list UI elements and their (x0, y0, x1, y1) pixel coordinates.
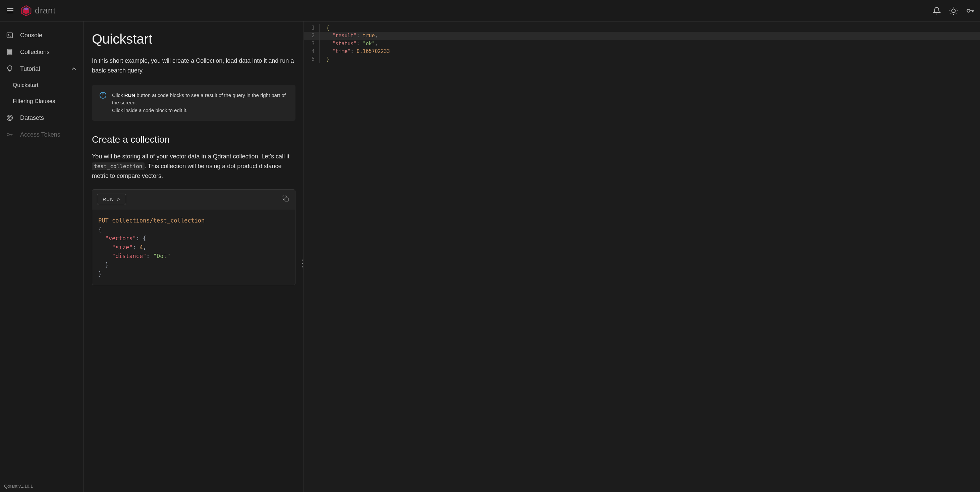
info-icon (99, 92, 107, 99)
sidebar-nav: Console Collections Tutorial (0, 21, 84, 143)
sidebar-item-access-tokens[interactable]: Access Tokens (0, 126, 84, 143)
result-val-status: "ok" (363, 41, 375, 47)
result-key-status: "status" (332, 41, 356, 47)
svg-marker-31 (118, 198, 120, 201)
result-key-result: "result" (332, 32, 356, 38)
sidebar-item-label: Datasets (20, 115, 44, 121)
svg-rect-20 (8, 54, 12, 55)
result-val-true: true (363, 32, 375, 38)
target-icon (6, 114, 13, 121)
sidebar-subitem-quickstart[interactable]: Quickstart (0, 77, 84, 93)
code-key-vectors: "vectors" (105, 235, 136, 242)
splitter-handle-icon[interactable] (302, 257, 304, 270)
line-number: 1 (304, 24, 319, 32)
copy-icon (282, 195, 289, 202)
tutorial-pane: Quickstart In this short example, you wi… (84, 21, 304, 492)
svg-rect-18 (8, 50, 12, 51)
line-number: 2 (304, 32, 319, 40)
result-line-3: 3 "status": "ok", (304, 40, 980, 48)
info-content: Click RUN button at code blocks to see a… (112, 92, 288, 115)
line-number: 4 (304, 48, 319, 55)
run-button-label: RUN (103, 196, 114, 202)
qdrant-logo-icon (20, 5, 32, 17)
result-val-time: 0.165702233 (356, 48, 390, 54)
code-key-distance: "distance" (112, 253, 146, 259)
info-box: Click RUN button at code blocks to see a… (92, 85, 296, 121)
logo[interactable]: drant (20, 5, 56, 17)
section-text-1: You will be storing all of your vector d… (92, 153, 290, 160)
code-key-size: "size" (112, 244, 132, 251)
code-toolbar: RUN (92, 190, 295, 209)
main-layout: Console Collections Tutorial (0, 21, 980, 492)
result-line-2: 2 "result": true, (304, 32, 980, 40)
code-brace-open: { (98, 226, 102, 233)
svg-point-33 (302, 260, 303, 261)
svg-point-12 (967, 9, 970, 12)
sidebar-item-collections[interactable]: Collections (0, 44, 84, 61)
svg-line-6 (951, 8, 951, 8)
result-line-1: 1 { (304, 24, 980, 32)
code-method: PUT (98, 217, 109, 224)
terminal-icon (6, 32, 13, 39)
result-line-5: 5 } (304, 55, 980, 63)
svg-point-24 (7, 133, 10, 136)
code-size-val: 4 (140, 244, 143, 251)
code-distance-val: "Dot" (153, 253, 170, 259)
sidebar-item-label: Console (20, 32, 42, 39)
copy-button[interactable] (281, 194, 290, 205)
svg-point-30 (103, 94, 103, 94)
info-text-after: button at code blocks to see a result of… (112, 92, 286, 106)
chevron-up-icon (70, 65, 78, 72)
code-body[interactable]: PUT collections/test_collection { "vecto… (92, 209, 295, 284)
svg-rect-19 (8, 51, 12, 53)
code-block: RUN PUT collections/test_collection { "v… (92, 189, 296, 285)
svg-rect-16 (7, 33, 13, 38)
code-brace-close-outer: } (98, 270, 102, 277)
code-url: collections/test_collection (112, 217, 205, 224)
logo-text: drant (35, 5, 56, 16)
hamburger-menu-icon[interactable] (5, 6, 15, 16)
run-button[interactable]: RUN (97, 194, 126, 205)
lightbulb-icon (6, 65, 13, 72)
collections-icon (6, 48, 13, 56)
header-right (932, 6, 975, 15)
header-left: drant (5, 5, 56, 17)
sidebar-subitem-filtering[interactable]: Filtering Clauses (0, 93, 84, 109)
svg-line-11 (956, 8, 956, 8)
svg-line-10 (951, 13, 951, 13)
section-heading-create: Create a collection (92, 134, 296, 145)
version-label: Qdrant v1.10.1 (0, 480, 84, 492)
app-header: drant (0, 0, 980, 21)
svg-point-3 (952, 9, 956, 13)
page-title: Quickstart (92, 32, 296, 47)
result-brace-close: } (326, 56, 329, 62)
line-number: 3 (304, 40, 319, 48)
key-icon[interactable] (966, 6, 975, 15)
info-text-1: Click (112, 92, 124, 98)
sidebar-item-label: Access Tokens (20, 131, 60, 138)
result-brace-open: { (326, 25, 329, 31)
key-small-icon (6, 131, 13, 138)
result-pane: 1 { 2 "result": true, 3 "status": "ok", … (304, 21, 980, 492)
intro-paragraph: In this short example, you will create a… (92, 56, 296, 75)
theme-toggle-icon[interactable] (949, 6, 958, 15)
svg-rect-32 (285, 198, 288, 201)
svg-point-23 (10, 117, 10, 118)
code-brace-close-inner: } (105, 262, 108, 268)
info-run-bold: RUN (124, 92, 135, 98)
result-key-time: "time" (332, 48, 350, 54)
line-number: 5 (304, 55, 319, 63)
svg-line-7 (956, 13, 956, 13)
notifications-icon[interactable] (932, 6, 941, 15)
result-line-4: 4 "time": 0.165702233 (304, 48, 980, 55)
sidebar-item-console[interactable]: Console (0, 27, 84, 44)
play-icon (116, 197, 120, 201)
sidebar-item-tutorial[interactable]: Tutorial (0, 61, 84, 77)
info-line-2: Click inside a code block to edit it. (112, 107, 188, 113)
sidebar: Console Collections Tutorial (0, 21, 84, 492)
section-text: You will be storing all of your vector d… (92, 152, 296, 181)
svg-point-35 (302, 263, 303, 264)
inline-code-collection: test_collection (92, 163, 145, 170)
sidebar-item-datasets[interactable]: Datasets (0, 109, 84, 126)
svg-point-37 (302, 267, 303, 267)
